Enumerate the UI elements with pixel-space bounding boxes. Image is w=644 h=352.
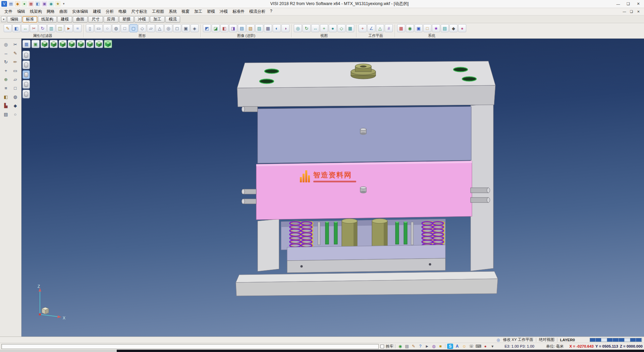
qat-icon-1[interactable]: ▤ [8, 1, 14, 7]
tab-线架构[interactable]: 线架构 [38, 16, 57, 23]
palette-icon[interactable]: ◍ [431, 344, 437, 349]
capture-icon[interactable]: ◉ [397, 344, 403, 349]
toolbar-icon-4-2[interactable]: ↻ [303, 24, 311, 32]
toolbar-icon-2-13[interactable]: ◈ [191, 24, 199, 32]
layer-manager-icon[interactable]: ▦ [22, 40, 31, 48]
toolbar-icon-3-10[interactable]: ◑ [281, 24, 289, 32]
menu-item-冲模[interactable]: 冲模 [217, 8, 230, 15]
mdi-restore-button[interactable]: ❏ [628, 10, 635, 13]
view-cube-preset-2[interactable] [50, 40, 58, 48]
filter-strip-button-1[interactable] [22, 51, 30, 59]
menu-item-系统[interactable]: 系统 [166, 8, 179, 15]
view-cube-preset-4[interactable] [68, 40, 76, 48]
toolbar-icon-6-1[interactable]: ▦ [397, 24, 405, 32]
viewport-3d[interactable]: ▦▣ [21, 39, 644, 337]
menu-item-加工[interactable]: 加工 [192, 8, 205, 15]
toolbar-icon-2-3[interactable]: ○ [103, 24, 111, 32]
command-input[interactable] [1, 344, 379, 349]
tab-应用[interactable]: 应用 [104, 16, 118, 23]
toolbar-icon-4-1[interactable]: ◎ [294, 24, 302, 32]
emoji-icon[interactable]: ☺ [461, 344, 467, 349]
tab-冲模[interactable]: 冲模 [135, 16, 149, 23]
menu-item-塑模[interactable]: 塑模 [205, 8, 217, 15]
toolbar-icon-2-1[interactable]: ▯ [86, 24, 94, 32]
toolbar-icon-4-4[interactable]: + [320, 24, 328, 32]
print-icon[interactable]: ▤ [404, 344, 410, 349]
menu-item-网格[interactable]: 网格 [44, 8, 57, 15]
maximize-button[interactable]: ❏ [623, 1, 633, 7]
toolbar-icon-1-4[interactable]: ✂ [30, 24, 38, 32]
qat-icon-3[interactable]: ● [21, 1, 27, 7]
lock-checkbox[interactable] [380, 345, 384, 348]
sidebar-tool-17[interactable]: ▤ [2, 110, 10, 118]
menu-item-模流分析[interactable]: 模流分析 [247, 8, 268, 15]
run-icon[interactable]: ► [424, 344, 430, 349]
filter-strip-button-3[interactable] [22, 70, 30, 79]
app-icon[interactable]: V [1, 1, 7, 7]
toolbar-icon-6-6[interactable]: ▤ [441, 24, 449, 32]
menu-item-工程图[interactable]: 工程图 [150, 8, 166, 15]
ime-a-icon[interactable]: A [454, 344, 460, 349]
sidebar-tool-18[interactable]: ○ [11, 110, 20, 118]
toolbar-icon-1-3[interactable]: ↔ [21, 24, 29, 32]
tabbar-dropdown-icon[interactable]: ▾ [1, 16, 6, 22]
view-cube-preset-5[interactable] [77, 40, 85, 48]
view-cube-preset-6[interactable] [86, 40, 94, 48]
swatch-icon[interactable]: ■ [437, 344, 443, 349]
toolbar-icon-4-3[interactable]: ↔ [311, 24, 319, 32]
toolbar-icon-1-2[interactable]: ◧ [12, 24, 20, 32]
tab-建模[interactable]: 建模 [57, 16, 72, 23]
sidebar-tool-4[interactable]: ✎ [11, 49, 20, 57]
toolbar-icon-5-4[interactable]: # [385, 24, 393, 32]
workplane-status[interactable]: 修改 XY 工作平面 [503, 337, 533, 342]
toolbar-icon-1-6[interactable]: ▥ [47, 24, 55, 32]
menu-item-建模[interactable]: 建模 [91, 8, 103, 15]
phone-icon[interactable]: ☏ [468, 344, 474, 349]
toolbar-icon-2-2[interactable]: ▭ [95, 24, 103, 32]
view-cube-preset-7[interactable] [95, 40, 103, 48]
toolbar-icon-2-11[interactable]: ◻ [173, 24, 181, 32]
toolbar-icon-2-4[interactable]: ◍ [112, 24, 120, 32]
qat-icon-7[interactable]: ◉ [48, 1, 54, 7]
toolbar-icon-1-9[interactable]: ≈ [73, 24, 82, 32]
tab-曲面[interactable]: 曲面 [73, 16, 88, 23]
tray-expand-icon[interactable]: ▾ [489, 344, 495, 349]
toolbar-icon-1-1[interactable]: ✎ [4, 24, 12, 32]
annotate-icon[interactable]: ✎ [411, 344, 417, 349]
sidebar-tool-5[interactable]: ↻ [2, 58, 10, 66]
menu-item-电极[interactable]: 电极 [116, 8, 129, 15]
keyboard-icon[interactable]: ⌨ [475, 344, 481, 349]
tab-标准[interactable]: 标准 [22, 16, 37, 23]
qat-dropdown-icon[interactable]: ▾ [62, 1, 66, 7]
sidebar-tool-11[interactable]: ≡ [2, 84, 10, 92]
toolbar-icon-6-5[interactable]: ★ [432, 24, 440, 32]
view-mode-status[interactable]: 绝对视图 [539, 337, 554, 342]
toolbar-icon-1-5[interactable]: ↻ [39, 24, 47, 32]
menu-item-编辑[interactable]: 编辑 [15, 8, 28, 15]
mold-3d-model[interactable] [234, 57, 499, 299]
menu-item-标准件[interactable]: 标准件 [230, 8, 247, 15]
filter-strip-button-2[interactable] [22, 60, 30, 69]
menu-item-?[interactable]: ? [268, 8, 275, 15]
sidebar-tool-6[interactable]: ✏ [11, 58, 20, 66]
menu-item-曲面[interactable]: 曲面 [57, 8, 70, 15]
mdi-minimize-button[interactable]: — [621, 10, 628, 13]
toolbar-icon-6-2[interactable]: ◉ [406, 24, 414, 32]
sidebar-tool-7[interactable]: + [2, 67, 10, 75]
sidebar-tool-2[interactable]: ✂ [11, 40, 20, 48]
menu-item-文件[interactable]: 文件 [2, 8, 15, 15]
toolbar-icon-4-7[interactable]: ▦ [346, 24, 354, 32]
mdi-close-button[interactable]: ✕ [635, 10, 642, 13]
skype-icon[interactable]: S [447, 344, 453, 349]
sidebar-tool-15[interactable]: ▙ [2, 101, 10, 109]
sidebar-tool-16[interactable]: ◆ [11, 101, 20, 109]
toolbar-icon-1-7[interactable]: ◫ [56, 24, 64, 32]
close-button[interactable]: ✕ [633, 1, 643, 7]
toolbar-icon-3-9[interactable]: ◐ [273, 24, 281, 32]
sidebar-tool-12[interactable]: □ [11, 84, 20, 92]
toolbar-icon-3-1[interactable]: ◩ [203, 24, 211, 32]
toolbar-icon-2-10[interactable]: ◎ [164, 24, 172, 32]
toolbar-icon-2-9[interactable]: △ [156, 24, 164, 32]
tab-尺寸[interactable]: 尺寸 [88, 16, 103, 23]
tab-加工[interactable]: 加工 [150, 16, 165, 23]
